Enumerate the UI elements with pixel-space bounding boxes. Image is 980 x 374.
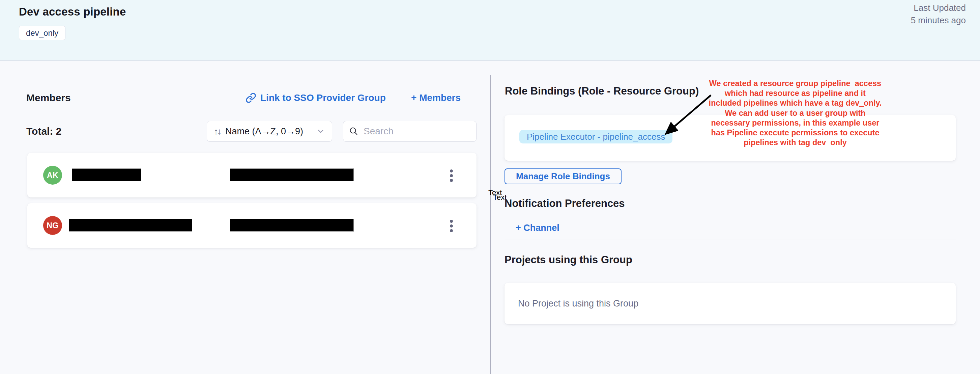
- last-updated-value: 5 minutes ago: [911, 14, 966, 27]
- redacted-member-name: [72, 168, 141, 181]
- redacted-member-name: [69, 219, 192, 232]
- members-total: Total: 2: [26, 126, 61, 137]
- last-updated: Last Updated 5 minutes ago: [911, 2, 966, 27]
- chevron-down-icon: [316, 127, 325, 136]
- page-header: Dev access pipeline dev_only Last Update…: [0, 0, 980, 61]
- role-binding-chip: Pipeline Executor - pipeline_access: [519, 130, 673, 144]
- member-options-menu[interactable]: [447, 169, 456, 182]
- manage-role-bindings-button[interactable]: Manage Role Bindings: [504, 168, 622, 184]
- notifications-divider: [504, 240, 956, 240]
- avatar: AK: [43, 166, 62, 185]
- projects-heading: Projects using this Group: [504, 254, 632, 266]
- link-icon: [245, 93, 256, 103]
- projects-card: No Project is using this Group: [504, 283, 956, 324]
- annotation-arrow-icon: [658, 90, 715, 140]
- notification-preferences-heading: Notification Preferences: [504, 197, 625, 209]
- add-members-button[interactable]: + Members: [411, 93, 461, 103]
- redacted-member-email: [230, 219, 354, 232]
- search-icon: [349, 126, 359, 136]
- members-heading: Members: [26, 92, 71, 104]
- projects-empty-message: No Project is using this Group: [518, 298, 638, 309]
- page-title: Dev access pipeline: [19, 5, 126, 18]
- last-updated-label: Last Updated: [911, 2, 966, 14]
- sort-selected-option: Name (A→Z, 0→9): [225, 126, 303, 137]
- annotation-note: We created a resource group pipeline_acc…: [704, 79, 886, 147]
- link-to-sso-label: Link to SSO Provider Group: [260, 93, 386, 103]
- avatar: NG: [43, 216, 62, 235]
- search-box: [343, 121, 477, 142]
- member-options-menu[interactable]: [447, 220, 456, 232]
- member-row-2: NG: [27, 203, 477, 248]
- add-channel-button[interactable]: + Channel: [515, 223, 560, 233]
- sort-arrows-icon: ↑↓: [214, 126, 221, 137]
- redacted-member-email: [230, 168, 354, 181]
- search-input[interactable]: [364, 126, 471, 137]
- group-tag: dev_only: [19, 26, 65, 40]
- link-to-sso-button[interactable]: Link to SSO Provider Group: [245, 93, 386, 103]
- sort-dropdown[interactable]: ↑↓ Name (A→Z, 0→9): [207, 121, 332, 142]
- member-row-1: AK: [27, 153, 477, 197]
- panel-divider: [490, 75, 491, 374]
